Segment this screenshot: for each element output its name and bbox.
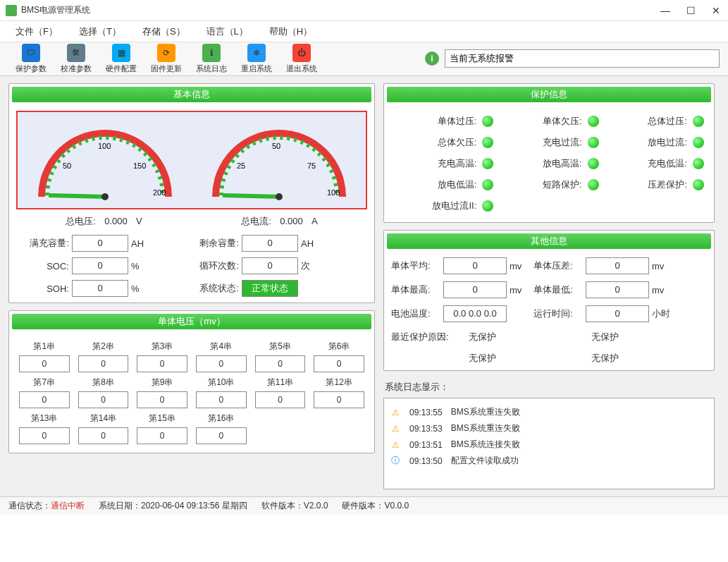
- syslog-list[interactable]: ⚠09:13:55BMS系统重连失败⚠09:13:53BMS系统重连失败⚠09:…: [383, 398, 715, 489]
- cells-grid: 第1串0第2串0第3串0第4串0第5串0第6串0第7串0第8串0第9串0第10串…: [16, 338, 367, 447]
- cell-label: 第9串: [137, 377, 187, 389]
- log-msg: BMS系统连接失败: [451, 439, 520, 451]
- cell-label: 第14串: [78, 413, 129, 424]
- cell-label: 第3串: [137, 341, 187, 353]
- tool-exit[interactable]: ⏻退出系统: [279, 44, 324, 74]
- led-icon: [693, 179, 704, 190]
- alarm-display: [445, 49, 720, 68]
- remain-capacity-label: 剩余容量:: [186, 237, 239, 250]
- cycle-label: 循环次数:: [186, 259, 239, 272]
- menu-save[interactable]: 存储（S）: [132, 23, 195, 41]
- tool-calibrate-params[interactable]: 🛠校准参数: [54, 44, 99, 74]
- svg-text:100: 100: [327, 188, 340, 197]
- cell-label: 第4串: [196, 341, 247, 353]
- protection-grid: 单体过压:单体欠压:总体过压:总体欠压:充电过流:放电过流:充电高温:放电高温:…: [391, 111, 707, 216]
- last-protect-reason-label: 最近保护原因:: [391, 331, 462, 343]
- svg-text:100: 100: [98, 142, 111, 150]
- cell-label: 第8串: [78, 377, 129, 389]
- svg-text:50: 50: [272, 142, 280, 150]
- protect-item-5: 放电过流:: [605, 136, 704, 149]
- cell-4: 第4串0: [196, 341, 247, 372]
- log-time: 09:13:50: [409, 456, 443, 466]
- log-msg: BMS系统重连失败: [451, 406, 520, 418]
- cell-value: 0: [314, 355, 364, 372]
- menu-help[interactable]: 帮助（H）: [259, 23, 322, 41]
- current-gauge: 25 50 75 100: [202, 119, 357, 204]
- panel-cells-header: 单体电压（mv）: [12, 314, 371, 329]
- protect-label: 充电高温:: [438, 157, 477, 170]
- maximize-button[interactable]: ☐: [684, 4, 697, 17]
- log-row[interactable]: ⚠09:13:53BMS系统重连失败: [390, 420, 708, 436]
- gauge-container: 50 100 150 200 25 50 75 100: [16, 111, 367, 209]
- protect-item-9: 放电低温:: [394, 178, 493, 191]
- app-icon: [6, 5, 17, 16]
- log-time: 09:13:53: [409, 424, 443, 434]
- tool-hardware-config[interactable]: ▦硬件配置: [99, 44, 144, 74]
- protect-label: 单体过压:: [438, 115, 477, 128]
- protect-item-7: 放电高温:: [499, 157, 598, 170]
- protect-label: 单体欠压:: [543, 115, 582, 128]
- menu-file[interactable]: 文件（F）: [6, 23, 68, 41]
- protect-label: 放电高温:: [543, 157, 582, 170]
- tool-firmware-update[interactable]: ⟳固件更新: [144, 44, 189, 74]
- log-row[interactable]: ⓘ09:13:50配置文件读取成功: [390, 453, 708, 469]
- protect-item-6: 充电高温:: [394, 157, 493, 170]
- cell-label: 第6串: [314, 341, 364, 353]
- panel-cell-voltage: 单体电压（mv） 第1串0第2串0第3串0第4串0第5串0第6串0第7串0第8串…: [8, 310, 375, 453]
- current-value: 0.000: [273, 216, 309, 226]
- menu-select[interactable]: 选择（T）: [69, 23, 131, 41]
- led-icon: [482, 158, 493, 169]
- cell-value: 0: [196, 355, 247, 372]
- cell-label: 第2串: [78, 341, 129, 353]
- sw-version-label: 软件版本：: [261, 501, 304, 511]
- cell-9: 第9串0: [137, 377, 187, 408]
- cell-label: 第12串: [314, 377, 364, 389]
- statusbar: 通信状态：通信中断 系统日期：2020-06-04 09:13:56 星期四 软…: [0, 496, 728, 515]
- tool-reboot[interactable]: ❄重启系统: [234, 44, 279, 74]
- cell-value: 0: [78, 391, 129, 408]
- battery-temp-label: 电池温度:: [391, 307, 440, 320]
- cell-14: 第14串0: [78, 413, 129, 444]
- protect-label: 总体过压:: [648, 115, 687, 128]
- info-icon: i: [425, 51, 439, 66]
- reason-3: 无保护: [469, 352, 584, 365]
- protect-label: 放电低温:: [438, 178, 477, 191]
- protect-label: 充电过流:: [543, 136, 582, 149]
- protect-item-11: 压差保护:: [605, 178, 704, 191]
- cell-5: 第5串0: [255, 341, 306, 372]
- cell-15: 第15串0: [137, 413, 187, 444]
- svg-text:200: 200: [153, 188, 166, 197]
- content-area: 基本信息 50 100 150 200: [0, 76, 728, 496]
- panel-basic-info: 基本信息 50 100 150 200: [8, 83, 375, 303]
- led-icon: [482, 200, 493, 212]
- tool-protect-params[interactable]: 🛡保护参数: [8, 44, 54, 74]
- soh-value: 0: [72, 280, 128, 297]
- syslog-title: 系统日志显示：: [385, 381, 715, 393]
- panel-protection: 保护信息 单体过压:单体欠压:总体过压:总体欠压:充电过流:放电过流:充电高温:…: [383, 83, 715, 223]
- protect-item-3: 总体欠压:: [394, 136, 493, 149]
- cell-2: 第2串0: [78, 341, 129, 372]
- log-row[interactable]: ⚠09:13:51BMS系统连接失败: [390, 436, 708, 453]
- menu-language[interactable]: 语言（L）: [197, 23, 258, 41]
- log-time: 09:13:55: [409, 408, 443, 417]
- log-row[interactable]: ⚠09:13:55BMS系统重连失败: [390, 404, 708, 420]
- cell-6: 第6串0: [314, 341, 364, 372]
- led-icon: [482, 179, 493, 190]
- runtime-value: 0: [586, 305, 649, 322]
- sys-date-label: 系统日期：: [99, 501, 141, 511]
- sys-date-value: 2020-06-04 09:13:56 星期四: [141, 501, 247, 511]
- tool-system-log[interactable]: ℹ系统日志: [189, 44, 234, 74]
- cell-label: 第5串: [255, 341, 306, 353]
- minimize-button[interactable]: —: [659, 4, 672, 17]
- cycle-value: 0: [242, 257, 298, 274]
- cell-11: 第11串0: [255, 377, 306, 408]
- titlebar: BMS电源管理系统 — ☐ ✕: [0, 0, 728, 21]
- svg-text:50: 50: [63, 161, 71, 170]
- led-icon: [588, 116, 599, 127]
- protect-item-4: 充电过流:: [499, 136, 598, 149]
- close-button[interactable]: ✕: [710, 4, 722, 17]
- protect-label: 放电过流II:: [432, 200, 476, 212]
- protect-label: 放电过流:: [648, 136, 687, 149]
- warning-icon: ⚠: [390, 423, 401, 434]
- led-icon: [588, 158, 599, 169]
